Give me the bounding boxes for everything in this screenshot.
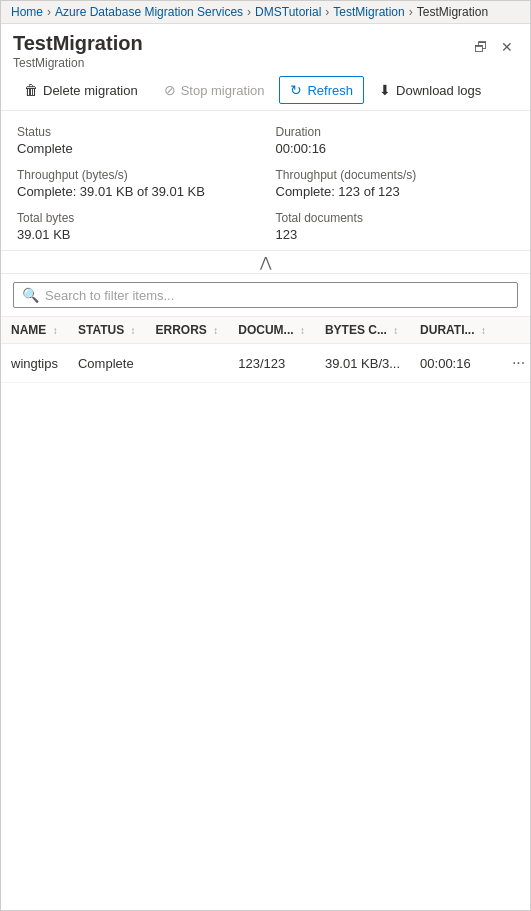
more-options-button[interactable]: ··· — [506, 352, 531, 374]
breadcrumb-sep-2: › — [247, 5, 251, 19]
cell-bytes: 39.01 KB/3... — [315, 344, 410, 383]
stat-status-label: Status — [17, 125, 256, 139]
collapse-bar[interactable]: ⋀ — [1, 251, 530, 274]
page-subtitle: TestMigration — [13, 56, 143, 70]
sort-icon-documents: ↕ — [300, 325, 305, 336]
stat-throughput-bytes: Throughput (bytes/s) Complete: 39.01 KB … — [17, 168, 256, 199]
page-header: TestMigration TestMigration 🗗 ✕ — [1, 24, 530, 70]
refresh-icon: ↻ — [290, 82, 302, 98]
breadcrumb-current: TestMigration — [417, 5, 488, 19]
table-header-row: NAME ↕ STATUS ↕ ERRORS ↕ DOCUM... ↕ BYTE… — [1, 317, 531, 344]
breadcrumb-sep-4: › — [409, 5, 413, 19]
breadcrumb-dmstutorial[interactable]: DMSTutorial — [255, 5, 321, 19]
breadcrumb: Home › Azure Database Migration Services… — [1, 1, 530, 24]
col-documents: DOCUM... ↕ — [228, 317, 315, 344]
search-bar: 🔍 — [1, 274, 530, 316]
search-icon: 🔍 — [22, 287, 39, 303]
col-errors: ERRORS ↕ — [146, 317, 229, 344]
cell-status: Complete — [68, 344, 146, 383]
stat-throughput-docs: Throughput (documents/s) Complete: 123 o… — [276, 168, 515, 199]
collapse-icon: ⋀ — [260, 255, 271, 269]
stat-total-docs-value: 123 — [276, 227, 515, 242]
stat-status-value: Complete — [17, 141, 256, 156]
stop-migration-button[interactable]: ⊘ Stop migration — [153, 76, 276, 104]
download-logs-button[interactable]: ⬇ Download logs — [368, 76, 492, 104]
search-input[interactable] — [45, 288, 509, 303]
cell-name: wingtips — [1, 344, 68, 383]
sort-icon-errors: ↕ — [213, 325, 218, 336]
download-icon: ⬇ — [379, 82, 391, 98]
stat-total-bytes-label: Total bytes — [17, 211, 256, 225]
delete-icon: 🗑 — [24, 82, 38, 98]
col-name: NAME ↕ — [1, 317, 68, 344]
page-title-group: TestMigration TestMigration — [13, 32, 143, 70]
breadcrumb-home[interactable]: Home — [11, 5, 43, 19]
col-actions — [496, 317, 531, 344]
stop-icon: ⊘ — [164, 82, 176, 98]
delete-migration-button[interactable]: 🗑 Delete migration — [13, 76, 149, 104]
sort-icon-bytes: ↕ — [393, 325, 398, 336]
window-controls: 🗗 ✕ — [470, 32, 518, 58]
stat-throughput-bytes-label: Throughput (bytes/s) — [17, 168, 256, 182]
window-restore-button[interactable]: 🗗 — [470, 36, 492, 58]
download-logs-label: Download logs — [396, 83, 481, 98]
refresh-label: Refresh — [307, 83, 353, 98]
stat-total-docs-label: Total documents — [276, 211, 515, 225]
breadcrumb-sep-1: › — [47, 5, 51, 19]
stat-status: Status Complete — [17, 125, 256, 156]
breadcrumb-testmigration-parent[interactable]: TestMigration — [333, 5, 404, 19]
sort-icon-name: ↕ — [53, 325, 58, 336]
toolbar: 🗑 Delete migration ⊘ Stop migration ↻ Re… — [1, 70, 530, 111]
stats-section: Status Complete Duration 00:00:16 Throug… — [1, 111, 530, 251]
col-bytes: BYTES C... ↕ — [315, 317, 410, 344]
stat-total-docs: Total documents 123 — [276, 211, 515, 242]
sort-icon-status: ↕ — [131, 325, 136, 336]
page-title: TestMigration — [13, 32, 143, 55]
refresh-button[interactable]: ↻ Refresh — [279, 76, 364, 104]
col-status: STATUS ↕ — [68, 317, 146, 344]
cell-duration: 00:00:16 — [410, 344, 496, 383]
stat-duration: Duration 00:00:16 — [276, 125, 515, 156]
stat-throughput-docs-value: Complete: 123 of 123 — [276, 184, 515, 199]
stat-duration-value: 00:00:16 — [276, 141, 515, 156]
stat-total-bytes-value: 39.01 KB — [17, 227, 256, 242]
data-table: NAME ↕ STATUS ↕ ERRORS ↕ DOCUM... ↕ BYTE… — [1, 316, 531, 383]
col-duration: DURATI... ↕ — [410, 317, 496, 344]
stat-throughput-docs-label: Throughput (documents/s) — [276, 168, 515, 182]
cell-more: ··· — [496, 344, 531, 383]
delete-migration-label: Delete migration — [43, 83, 138, 98]
cell-errors — [146, 344, 229, 383]
window-close-button[interactable]: ✕ — [496, 36, 518, 58]
stat-duration-label: Duration — [276, 125, 515, 139]
stat-throughput-bytes-value: Complete: 39.01 KB of 39.01 KB — [17, 184, 256, 199]
breadcrumb-dms[interactable]: Azure Database Migration Services — [55, 5, 243, 19]
table-row: wingtips Complete 123/123 39.01 KB/3... … — [1, 344, 531, 383]
stop-migration-label: Stop migration — [181, 83, 265, 98]
cell-documents: 123/123 — [228, 344, 315, 383]
sort-icon-duration: ↕ — [481, 325, 486, 336]
breadcrumb-sep-3: › — [325, 5, 329, 19]
stat-total-bytes: Total bytes 39.01 KB — [17, 211, 256, 242]
search-input-wrap: 🔍 — [13, 282, 518, 308]
